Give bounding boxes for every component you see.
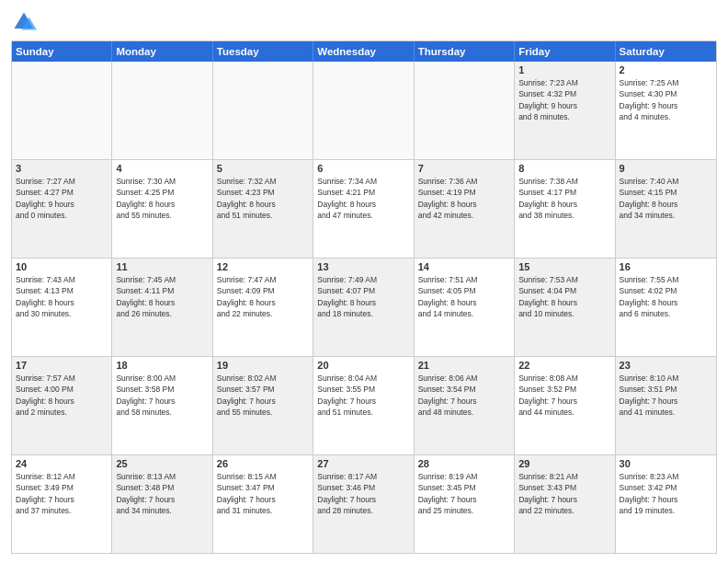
header-cell-monday: Monday (112, 41, 212, 62)
calendar-cell: 25Sunrise: 8:13 AM Sunset: 3:48 PM Dayli… (112, 455, 212, 553)
day-info: Sunrise: 8:02 AM Sunset: 3:57 PM Dayligh… (217, 373, 309, 418)
day-info: Sunrise: 8:23 AM Sunset: 3:42 PM Dayligh… (620, 471, 712, 516)
day-info: Sunrise: 7:34 AM Sunset: 4:21 PM Dayligh… (317, 176, 409, 221)
logo-icon (11, 9, 37, 35)
header-cell-saturday: Saturday (616, 41, 716, 62)
calendar-cell: 21Sunrise: 8:06 AM Sunset: 3:54 PM Dayli… (415, 357, 515, 454)
calendar-cell: 3Sunrise: 7:27 AM Sunset: 4:27 PM Daylig… (12, 160, 112, 258)
day-number: 30 (620, 458, 712, 469)
day-info: Sunrise: 7:32 AM Sunset: 4:23 PM Dayligh… (217, 176, 309, 221)
day-info: Sunrise: 7:25 AM Sunset: 4:30 PM Dayligh… (620, 77, 712, 122)
day-number: 16 (620, 261, 712, 272)
day-info: Sunrise: 7:49 AM Sunset: 4:07 PM Dayligh… (317, 274, 409, 319)
day-number: 13 (317, 261, 409, 272)
day-info: Sunrise: 7:51 AM Sunset: 4:05 PM Dayligh… (418, 274, 510, 319)
calendar-cell (12, 62, 112, 159)
calendar-cell: 13Sunrise: 7:49 AM Sunset: 4:07 PM Dayli… (313, 259, 414, 356)
calendar-cell: 1Sunrise: 7:23 AM Sunset: 4:32 PM Daylig… (515, 62, 615, 159)
day-info: Sunrise: 8:17 AM Sunset: 3:46 PM Dayligh… (317, 471, 409, 516)
calendar-cell: 9Sunrise: 7:40 AM Sunset: 4:15 PM Daylig… (616, 160, 716, 258)
day-number: 3 (16, 163, 108, 174)
page: SundayMondayTuesdayWednesdayThursdayFrid… (0, 0, 728, 563)
day-number: 22 (518, 360, 610, 371)
header-cell-tuesday: Tuesday (213, 41, 313, 62)
calendar-row-1: 3Sunrise: 7:27 AM Sunset: 4:27 PM Daylig… (12, 159, 716, 258)
logo (11, 9, 40, 35)
day-number: 23 (620, 360, 712, 371)
calendar: SundayMondayTuesdayWednesdayThursdayFrid… (11, 40, 717, 554)
day-info: Sunrise: 8:06 AM Sunset: 3:54 PM Dayligh… (418, 373, 510, 418)
calendar-cell: 15Sunrise: 7:53 AM Sunset: 4:04 PM Dayli… (515, 259, 615, 356)
calendar-cell: 18Sunrise: 8:00 AM Sunset: 3:58 PM Dayli… (112, 357, 212, 454)
calendar-cell: 29Sunrise: 8:21 AM Sunset: 3:43 PM Dayli… (515, 455, 615, 553)
calendar-cell: 11Sunrise: 7:45 AM Sunset: 4:11 PM Dayli… (112, 259, 212, 356)
day-number: 8 (518, 163, 610, 174)
calendar-cell: 23Sunrise: 8:10 AM Sunset: 3:51 PM Dayli… (616, 357, 716, 454)
header-cell-friday: Friday (515, 41, 615, 62)
day-info: Sunrise: 8:04 AM Sunset: 3:55 PM Dayligh… (317, 373, 409, 418)
day-number: 6 (317, 163, 409, 174)
calendar-cell: 10Sunrise: 7:43 AM Sunset: 4:13 PM Dayli… (12, 259, 112, 356)
day-info: Sunrise: 7:45 AM Sunset: 4:11 PM Dayligh… (116, 274, 208, 319)
header-cell-sunday: Sunday (12, 41, 112, 62)
calendar-cell: 7Sunrise: 7:36 AM Sunset: 4:19 PM Daylig… (415, 160, 515, 258)
calendar-cell: 12Sunrise: 7:47 AM Sunset: 4:09 PM Dayli… (213, 259, 313, 356)
day-info: Sunrise: 7:36 AM Sunset: 4:19 PM Dayligh… (418, 176, 510, 221)
day-info: Sunrise: 7:43 AM Sunset: 4:13 PM Dayligh… (16, 274, 108, 319)
calendar-cell (313, 62, 414, 159)
day-info: Sunrise: 7:38 AM Sunset: 4:17 PM Dayligh… (518, 176, 610, 221)
calendar-cell: 16Sunrise: 7:55 AM Sunset: 4:02 PM Dayli… (616, 259, 716, 356)
calendar-cell: 24Sunrise: 8:12 AM Sunset: 3:49 PM Dayli… (12, 455, 112, 553)
day-info: Sunrise: 8:15 AM Sunset: 3:47 PM Dayligh… (217, 471, 309, 516)
day-number: 20 (317, 360, 409, 371)
day-number: 25 (116, 458, 208, 469)
calendar-row-0: 1Sunrise: 7:23 AM Sunset: 4:32 PM Daylig… (12, 62, 716, 159)
day-info: Sunrise: 7:40 AM Sunset: 4:15 PM Dayligh… (620, 176, 712, 221)
calendar-cell: 5Sunrise: 7:32 AM Sunset: 4:23 PM Daylig… (213, 160, 313, 258)
day-number: 29 (518, 458, 610, 469)
calendar-cell: 26Sunrise: 8:15 AM Sunset: 3:47 PM Dayli… (213, 455, 313, 553)
day-number: 24 (16, 458, 108, 469)
day-number: 10 (16, 261, 108, 272)
day-number: 17 (16, 360, 108, 371)
day-number: 1 (518, 64, 610, 75)
day-info: Sunrise: 7:55 AM Sunset: 4:02 PM Dayligh… (620, 274, 712, 319)
calendar-cell (213, 62, 313, 159)
calendar-cell: 17Sunrise: 7:57 AM Sunset: 4:00 PM Dayli… (12, 357, 112, 454)
day-info: Sunrise: 8:00 AM Sunset: 3:58 PM Dayligh… (116, 373, 208, 418)
day-number: 21 (418, 360, 510, 371)
day-info: Sunrise: 8:08 AM Sunset: 3:52 PM Dayligh… (518, 373, 610, 418)
calendar-cell: 2Sunrise: 7:25 AM Sunset: 4:30 PM Daylig… (616, 62, 716, 159)
header (11, 9, 717, 35)
day-number: 15 (518, 261, 610, 272)
day-info: Sunrise: 7:30 AM Sunset: 4:25 PM Dayligh… (116, 176, 208, 221)
calendar-cell: 4Sunrise: 7:30 AM Sunset: 4:25 PM Daylig… (112, 160, 212, 258)
day-info: Sunrise: 7:57 AM Sunset: 4:00 PM Dayligh… (16, 373, 108, 418)
calendar-cell: 28Sunrise: 8:19 AM Sunset: 3:45 PM Dayli… (415, 455, 515, 553)
calendar-cell: 20Sunrise: 8:04 AM Sunset: 3:55 PM Dayli… (313, 357, 414, 454)
calendar-cell: 30Sunrise: 8:23 AM Sunset: 3:42 PM Dayli… (616, 455, 716, 553)
calendar-cell (112, 62, 212, 159)
day-info: Sunrise: 7:53 AM Sunset: 4:04 PM Dayligh… (518, 274, 610, 319)
day-number: 19 (217, 360, 309, 371)
calendar-cell: 27Sunrise: 8:17 AM Sunset: 3:46 PM Dayli… (313, 455, 414, 553)
calendar-row-4: 24Sunrise: 8:12 AM Sunset: 3:49 PM Dayli… (12, 454, 716, 553)
day-info: Sunrise: 8:19 AM Sunset: 3:45 PM Dayligh… (418, 471, 510, 516)
day-number: 5 (217, 163, 309, 174)
day-number: 11 (116, 261, 208, 272)
day-number: 27 (317, 458, 409, 469)
header-cell-wednesday: Wednesday (313, 41, 414, 62)
day-info: Sunrise: 7:23 AM Sunset: 4:32 PM Dayligh… (518, 77, 610, 122)
day-number: 28 (418, 458, 510, 469)
calendar-cell: 14Sunrise: 7:51 AM Sunset: 4:05 PM Dayli… (415, 259, 515, 356)
day-number: 12 (217, 261, 309, 272)
day-number: 4 (116, 163, 208, 174)
day-number: 9 (620, 163, 712, 174)
calendar-row-2: 10Sunrise: 7:43 AM Sunset: 4:13 PM Dayli… (12, 258, 716, 356)
calendar-header: SundayMondayTuesdayWednesdayThursdayFrid… (12, 41, 716, 62)
day-info: Sunrise: 7:47 AM Sunset: 4:09 PM Dayligh… (217, 274, 309, 319)
day-info: Sunrise: 8:10 AM Sunset: 3:51 PM Dayligh… (620, 373, 712, 418)
day-info: Sunrise: 8:12 AM Sunset: 3:49 PM Dayligh… (16, 471, 108, 516)
day-info: Sunrise: 7:27 AM Sunset: 4:27 PM Dayligh… (16, 176, 108, 221)
calendar-cell: 6Sunrise: 7:34 AM Sunset: 4:21 PM Daylig… (313, 160, 414, 258)
